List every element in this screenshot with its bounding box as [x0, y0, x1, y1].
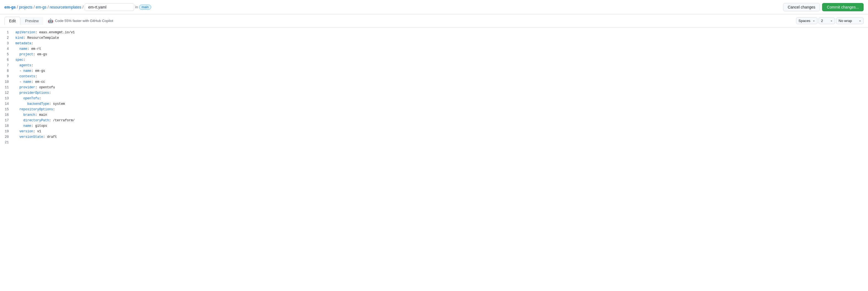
line-number: 19	[2, 129, 13, 134]
code-line: name: gitops	[13, 123, 866, 129]
line-number: 16	[2, 112, 13, 118]
line-number: 20	[2, 134, 13, 140]
copilot-text: Code 55% faster with GitHub Copilot	[55, 19, 113, 23]
code-line: spec:	[13, 57, 866, 63]
table-row: 12 providerOptions:	[0, 90, 868, 96]
code-line: - name: em-cc	[13, 79, 866, 85]
code-line: kind: ResourceTemplate	[13, 35, 866, 41]
line-number: 6	[2, 57, 13, 63]
line-number: 8	[2, 68, 13, 74]
table-row: 11 provider: opentofu	[0, 85, 868, 90]
tab-preview[interactable]: Preview	[20, 17, 43, 25]
table-row: 6spec:	[0, 57, 868, 63]
breadcrumb-sep2: /	[34, 5, 35, 9]
table-row: 4 name: em-rt	[0, 46, 868, 52]
line-number: 4	[2, 46, 13, 52]
in-label: in	[135, 5, 138, 9]
table-row: 2kind: ResourceTemplate	[0, 35, 868, 41]
line-number: 13	[2, 96, 13, 101]
code-lines-container: 1apiVersion: eaas.envmgmt.io/v12kind: Re…	[0, 30, 868, 145]
table-row: 5 project: em-gs	[0, 52, 868, 57]
breadcrumb-resourcetemplates[interactable]: resourcetemplates	[50, 5, 81, 9]
table-row: 10 - name: em-cc	[0, 79, 868, 85]
code-line: name: em-rt	[13, 46, 866, 52]
copilot-icon: 🤖	[48, 18, 53, 23]
table-row: 19 version: v1	[0, 129, 868, 134]
branch-name: main	[139, 5, 151, 10]
code-line: - name: em-gs	[13, 68, 866, 74]
line-number: 17	[2, 118, 13, 123]
code-line: branch: main	[13, 112, 866, 118]
breadcrumb-sep1: /	[17, 5, 18, 9]
line-number: 7	[2, 63, 13, 68]
top-bar: em-gs / projects / em-gs / resourcetempl…	[0, 0, 868, 14]
line-number: 12	[2, 90, 13, 96]
code-line	[13, 140, 866, 145]
code-line: agents:	[13, 63, 866, 68]
code-line: provider: opentofu	[13, 85, 866, 90]
line-number: 5	[2, 52, 13, 57]
editor-body: 1apiVersion: eaas.envmgmt.io/v12kind: Re…	[0, 28, 868, 147]
line-number: 11	[2, 85, 13, 90]
code-line: versionState: draft	[13, 134, 866, 140]
indent-size-select[interactable]: 2 4	[818, 17, 835, 24]
code-line: repositoryOptions:	[13, 107, 866, 112]
line-number: 15	[2, 107, 13, 112]
line-number: 18	[2, 123, 13, 129]
code-line: apiVersion: eaas.envmgmt.io/v1	[13, 30, 866, 35]
table-row: 20 versionState: draft	[0, 134, 868, 140]
table-row: 15 repositoryOptions:	[0, 107, 868, 112]
spaces-select-group: Spaces 2 4	[796, 17, 835, 24]
line-number: 2	[2, 35, 13, 41]
code-line: project: em-gs	[13, 52, 866, 57]
table-row: 3metadata:	[0, 41, 868, 46]
line-number: 1	[2, 30, 13, 35]
tab-edit[interactable]: Edit	[4, 17, 20, 25]
breadcrumb-projects[interactable]: projects	[19, 5, 32, 9]
table-row: 9 contexts:	[0, 74, 868, 79]
table-row: 21	[0, 140, 868, 145]
line-number: 14	[2, 101, 13, 107]
line-number: 3	[2, 41, 13, 46]
line-number: 21	[2, 140, 13, 145]
cancel-changes-button[interactable]: Cancel changes	[783, 3, 820, 11]
wrap-select[interactable]: No wrap Soft wrap	[836, 17, 864, 24]
editor-toolbar: Edit Preview 🤖 Code 55% faster with GitH…	[0, 14, 868, 28]
line-number: 9	[2, 74, 13, 79]
table-row: 8 - name: em-gs	[0, 68, 868, 74]
table-row: 7 agents:	[0, 63, 868, 68]
breadcrumb-sep4: /	[83, 5, 84, 9]
table-row: 13 openTofu:	[0, 96, 868, 101]
table-row: 18 name: gitops	[0, 123, 868, 129]
code-line: version: v1	[13, 129, 866, 134]
table-row: 16 branch: main	[0, 112, 868, 118]
filename-input[interactable]	[85, 3, 134, 11]
branch-badge: in main	[135, 5, 151, 10]
line-number: 10	[2, 79, 13, 85]
code-line: providerOptions:	[13, 90, 866, 96]
commit-changes-button[interactable]: Commit changes...	[822, 3, 864, 11]
code-line: contexts:	[13, 74, 866, 79]
breadcrumb-org[interactable]: em-gs	[4, 5, 16, 9]
toolbar-right: Spaces 2 4 No wrap Soft wrap	[796, 17, 864, 24]
code-line: openTofu:	[13, 96, 866, 101]
copilot-badge: 🤖 Code 55% faster with GitHub Copilot	[48, 18, 113, 23]
spaces-select[interactable]: Spaces	[796, 17, 817, 24]
code-line: directoryPath: /terraform/	[13, 118, 866, 123]
code-line: backendType: system	[13, 101, 866, 107]
table-row: 14 backendType: system	[0, 101, 868, 107]
breadcrumb-org2[interactable]: em-gs	[36, 5, 46, 9]
code-line: metadata:	[13, 41, 866, 46]
breadcrumb-sep3: /	[48, 5, 49, 9]
top-bar-actions: Cancel changes Commit changes...	[783, 3, 864, 11]
table-row: 1apiVersion: eaas.envmgmt.io/v1	[0, 30, 868, 35]
breadcrumb: em-gs / projects / em-gs / resourcetempl…	[4, 3, 781, 11]
table-row: 17 directoryPath: /terraform/	[0, 118, 868, 123]
